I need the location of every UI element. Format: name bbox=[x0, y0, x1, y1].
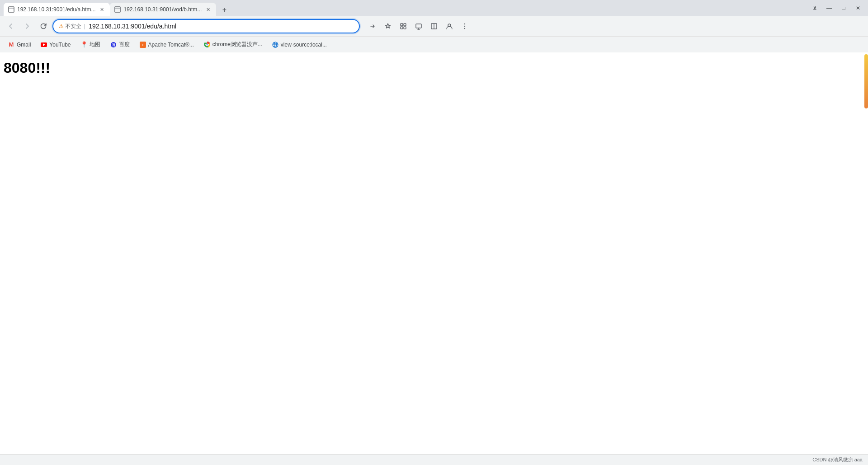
svg-rect-8 bbox=[416, 24, 421, 28]
tab-1-close-button[interactable]: ✕ bbox=[98, 6, 105, 13]
gmail-icon: M bbox=[8, 42, 14, 48]
globe-icon bbox=[272, 42, 278, 48]
tab-strip-expand-button[interactable]: ⊻ bbox=[808, 2, 821, 14]
browser-frame: 192.168.10.31:9001/edu/a.htm... ✕ 192.16… bbox=[0, 0, 868, 52]
tab-1-title: 192.168.10.31:9001/edu/a.htm... bbox=[17, 6, 95, 13]
bookmark-maps[interactable]: 📍 地图 bbox=[76, 39, 105, 50]
svg-point-12 bbox=[464, 23, 465, 24]
bottom-bar: CSDN @清风微凉 aaa bbox=[0, 454, 868, 465]
split-screen-button[interactable] bbox=[427, 19, 441, 33]
svg-rect-6 bbox=[401, 27, 403, 29]
page-content: 8080!!! bbox=[0, 52, 868, 459]
chrome-icon bbox=[204, 42, 210, 48]
svg-point-14 bbox=[464, 28, 465, 29]
tab-2-close-button[interactable]: ✕ bbox=[204, 6, 212, 13]
svg-text:百: 百 bbox=[112, 43, 115, 47]
reload-button[interactable] bbox=[36, 19, 51, 33]
bookmark-button[interactable] bbox=[381, 19, 395, 33]
bookmark-baidu[interactable]: 百 百度 bbox=[106, 39, 134, 50]
tab-1-favicon bbox=[8, 6, 14, 13]
tab-2-title: 192.168.10.31:9001/vod/b.htm... bbox=[123, 6, 202, 13]
toolbar-actions bbox=[365, 19, 472, 33]
back-button[interactable] bbox=[4, 19, 18, 33]
cast-button[interactable] bbox=[411, 19, 426, 33]
page-heading: 8080!!! bbox=[4, 60, 864, 76]
toolbar: ⚠ 不安全 | bbox=[0, 16, 868, 36]
scrollbar-indicator[interactable] bbox=[864, 54, 868, 108]
title-bar: 192.168.10.31:9001/edu/a.htm... ✕ 192.16… bbox=[0, 0, 868, 16]
svg-rect-7 bbox=[404, 27, 406, 29]
forward-button[interactable] bbox=[20, 19, 34, 33]
tab-1[interactable]: 192.168.10.31:9001/edu/a.htm... ✕ bbox=[4, 3, 110, 16]
bookmark-view-source[interactable]: view-source:local... bbox=[268, 40, 331, 50]
bookmark-baidu-label: 百度 bbox=[119, 41, 130, 48]
maximize-button[interactable]: □ bbox=[837, 2, 850, 14]
share-button[interactable] bbox=[365, 19, 380, 33]
maps-icon: 📍 bbox=[81, 42, 87, 48]
youtube-icon bbox=[41, 42, 47, 48]
bookmark-chrome[interactable]: chrome浏览器没声... bbox=[199, 39, 267, 50]
tabs-area: 192.168.10.31:9001/edu/a.htm... ✕ 192.16… bbox=[4, 0, 808, 16]
bookmark-tomcat[interactable]: T Apache Tomcat®... bbox=[135, 40, 198, 50]
extensions-button[interactable] bbox=[396, 19, 410, 33]
tab-2-favicon bbox=[114, 6, 121, 13]
svg-point-13 bbox=[464, 26, 465, 27]
profile-button[interactable] bbox=[442, 19, 457, 33]
svg-rect-4 bbox=[401, 23, 403, 26]
bookmark-maps-label: 地图 bbox=[90, 41, 100, 48]
address-bar[interactable]: ⚠ 不安全 | bbox=[52, 19, 360, 33]
bookmark-youtube-label: YouTube bbox=[49, 42, 71, 48]
tab-2[interactable]: 192.168.10.31:9001/vod/b.htm... ✕ bbox=[110, 3, 216, 16]
svg-rect-0 bbox=[9, 7, 14, 12]
tomcat-icon: T bbox=[140, 42, 146, 48]
svg-text:T: T bbox=[142, 43, 144, 47]
new-tab-button[interactable]: + bbox=[218, 4, 231, 16]
bottom-bar-text: CSDN @清风微凉 aaa bbox=[812, 456, 863, 463]
url-input[interactable] bbox=[89, 23, 354, 30]
svg-rect-5 bbox=[404, 23, 406, 26]
bookmark-view-source-label: view-source:local... bbox=[281, 42, 327, 48]
bookmarks-bar: M Gmail YouTube 📍 地图 百 bbox=[0, 36, 868, 52]
minimize-button[interactable]: — bbox=[823, 2, 835, 14]
bookmark-chrome-label: chrome浏览器没声... bbox=[212, 41, 262, 48]
svg-point-21 bbox=[206, 44, 208, 45]
bookmark-youtube[interactable]: YouTube bbox=[36, 40, 75, 50]
bookmark-tomcat-label: Apache Tomcat®... bbox=[148, 42, 194, 48]
bookmark-gmail-label: Gmail bbox=[17, 42, 31, 48]
bookmark-gmail[interactable]: M Gmail bbox=[4, 40, 35, 50]
svg-rect-2 bbox=[115, 7, 120, 12]
menu-button[interactable] bbox=[458, 19, 472, 33]
close-button[interactable]: ✕ bbox=[852, 2, 864, 14]
security-warning-icon: ⚠ 不安全 | bbox=[59, 23, 86, 30]
window-controls: ⊻ — □ ✕ bbox=[808, 2, 864, 14]
baidu-icon: 百 bbox=[110, 42, 117, 48]
